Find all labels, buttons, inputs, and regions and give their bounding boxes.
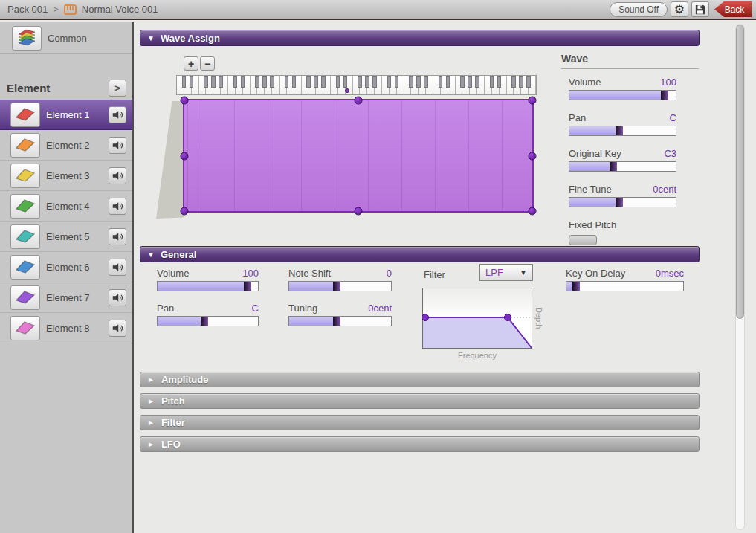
element-expand-button[interactable]: > — [109, 80, 126, 97]
black-key[interactable] — [262, 76, 267, 88]
volume-slider[interactable] — [157, 281, 259, 291]
original_key-slider[interactable] — [569, 161, 676, 172]
fine_tune-slider[interactable] — [569, 197, 676, 207]
key_on_delay-slider[interactable] — [566, 281, 684, 291]
element-mute-button[interactable] — [109, 320, 126, 337]
sidebar-item-common[interactable]: Common — [0, 23, 132, 54]
black-key[interactable] — [358, 76, 362, 88]
slider-thumb[interactable] — [333, 317, 340, 326]
sound-off-button[interactable]: Sound Off — [610, 2, 668, 17]
black-key[interactable] — [306, 76, 311, 88]
black-key[interactable] — [475, 76, 479, 88]
black-key[interactable] — [395, 76, 399, 88]
section-bar-amplitude[interactable]: ►Amplitude — [140, 372, 700, 387]
volume-slider[interactable] — [569, 90, 676, 100]
slider-thumb[interactable] — [201, 317, 208, 326]
black-key[interactable] — [526, 76, 531, 88]
black-key[interactable] — [314, 76, 318, 88]
sidebar-item-element-4[interactable]: Element 4 — [0, 191, 132, 222]
black-key[interactable] — [285, 76, 289, 88]
black-key[interactable] — [424, 76, 428, 88]
black-key[interactable] — [490, 76, 494, 88]
zone-handle[interactable] — [181, 207, 189, 216]
settings-button[interactable]: ⚙ — [671, 1, 688, 17]
black-key[interactable] — [270, 76, 274, 88]
black-key[interactable] — [497, 76, 502, 88]
black-key[interactable] — [292, 76, 297, 88]
black-key[interactable] — [446, 76, 450, 88]
slider-thumb[interactable] — [333, 282, 340, 291]
filter-type-dropdown[interactable]: LPF ▼ — [479, 264, 533, 281]
pan-slider[interactable] — [157, 316, 259, 326]
pan-slider[interactable] — [569, 126, 676, 136]
slider-thumb[interactable] — [661, 91, 668, 100]
voice-editor-window: Pack 001 > Normal Voice 001 Sound Off ⚙ — [0, 0, 756, 533]
black-key[interactable] — [439, 76, 443, 88]
vertical-scrollbar[interactable] — [735, 24, 745, 530]
black-key[interactable] — [190, 76, 194, 88]
filter-curve-graph[interactable] — [422, 288, 532, 352]
black-key[interactable] — [219, 76, 223, 88]
black-key[interactable] — [511, 76, 516, 88]
zone-handle[interactable] — [355, 207, 363, 216]
section-bar-filter[interactable]: ►Filter — [140, 415, 700, 430]
element-mute-button[interactable] — [109, 167, 126, 184]
black-key[interactable] — [416, 76, 421, 88]
black-key[interactable] — [241, 76, 245, 88]
slider-thumb[interactable] — [616, 198, 623, 207]
zoom-in-button[interactable]: + — [184, 56, 198, 71]
black-key[interactable] — [336, 76, 340, 88]
zone-handle[interactable] — [529, 152, 537, 160]
slider-thumb[interactable] — [616, 126, 623, 135]
element-mute-button[interactable] — [109, 289, 126, 306]
slider-thumb[interactable] — [244, 282, 251, 291]
element-mute-button[interactable] — [109, 228, 126, 245]
black-key[interactable] — [365, 76, 369, 88]
save-button[interactable] — [691, 1, 709, 17]
zone-handle[interactable] — [181, 152, 189, 160]
black-key[interactable] — [372, 76, 377, 88]
slider-thumb[interactable] — [610, 162, 617, 171]
black-key[interactable] — [321, 76, 326, 88]
section-bar-lfo[interactable]: ►LFO — [140, 436, 700, 452]
keyboard[interactable] — [176, 75, 537, 95]
slider-thumb[interactable] — [572, 282, 580, 291]
fixed-pitch-toggle[interactable] — [569, 235, 597, 245]
black-key[interactable] — [343, 76, 348, 88]
scrollbar-thumb[interactable] — [736, 25, 744, 319]
sidebar-item-element-2[interactable]: Element 2 — [0, 130, 132, 161]
wave-zone[interactable] — [183, 99, 534, 213]
element-mute-button[interactable] — [109, 137, 126, 154]
back-button[interactable]: Back — [714, 1, 752, 17]
sidebar-item-element-6[interactable]: Element 6 — [0, 252, 132, 282]
black-key[interactable] — [182, 76, 187, 88]
black-key[interactable] — [409, 76, 413, 88]
tuning-slider[interactable] — [288, 316, 392, 326]
black-key[interactable] — [387, 76, 392, 88]
section-bar-pitch[interactable]: ►Pitch — [140, 393, 700, 409]
sidebar-item-element-3[interactable]: Element 3 — [0, 161, 132, 191]
zoom-out-button[interactable]: − — [200, 56, 215, 71]
sidebar-item-element-5[interactable]: Element 5 — [0, 222, 132, 252]
sidebar-item-element-8[interactable]: Element 8 — [0, 313, 132, 343]
note_shift-slider[interactable] — [288, 281, 392, 291]
black-key[interactable] — [519, 76, 523, 88]
element-mute-button[interactable] — [109, 198, 126, 215]
element-mute-button[interactable] — [109, 106, 126, 123]
element-mute-button[interactable] — [109, 259, 126, 276]
black-key[interactable] — [204, 76, 208, 88]
black-key[interactable] — [255, 76, 259, 88]
zone-handle[interactable] — [529, 97, 537, 105]
zone-handle[interactable] — [181, 97, 189, 105]
black-key[interactable] — [468, 76, 472, 88]
sidebar-item-element-7[interactable]: Element 7 — [0, 282, 132, 313]
breadcrumb-pack[interactable]: Pack 001 — [7, 4, 48, 15]
black-key[interactable] — [211, 76, 216, 88]
general-section-header[interactable]: ▼ General — [140, 246, 700, 262]
sidebar-item-element-1[interactable]: Element 1 — [0, 100, 132, 130]
zone-handle[interactable] — [529, 207, 537, 216]
black-key[interactable] — [233, 76, 238, 88]
wave-assign-section-header[interactable]: ▼ Wave Assign — [140, 30, 700, 46]
zone-handle[interactable] — [355, 97, 363, 105]
black-key[interactable] — [460, 76, 465, 88]
